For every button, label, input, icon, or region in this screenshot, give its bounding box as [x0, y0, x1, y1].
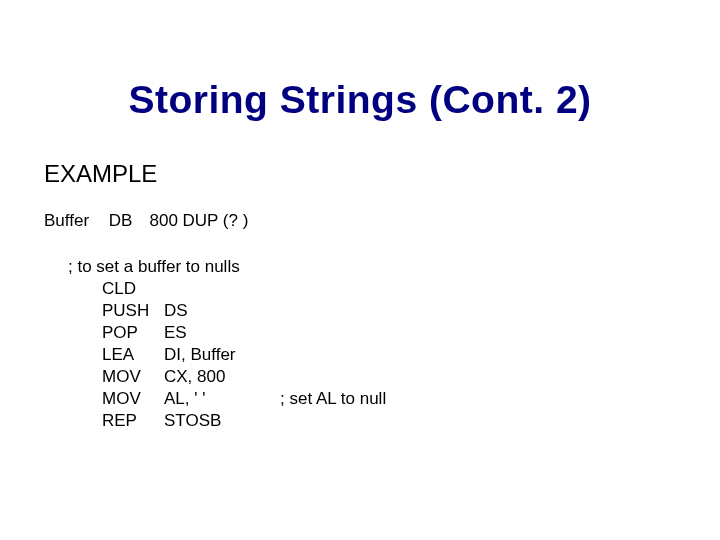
code-block: ; to set a buffer to nulls CLD PUSHDS PO… — [68, 256, 386, 432]
code-line: POPES — [68, 322, 386, 344]
code-line: MOVAL, ' '; set AL to null — [68, 388, 386, 410]
code-line: LEADI, Buffer — [68, 344, 386, 366]
mnemonic: PUSH — [102, 300, 164, 322]
mnemonic: LEA — [102, 344, 164, 366]
decl-directive: DB — [109, 211, 145, 231]
decl-label: Buffer — [44, 211, 104, 231]
code-comment-header: ; to set a buffer to nulls — [68, 256, 386, 278]
example-heading: EXAMPLE — [44, 160, 157, 188]
args: STOSB — [164, 410, 270, 432]
args: DS — [164, 300, 270, 322]
line-comment: ; set AL to null — [280, 389, 386, 408]
args: AL, ' ' — [164, 388, 270, 410]
mnemonic: CLD — [102, 278, 164, 300]
slide: Storing Strings (Cont. 2) EXAMPLE Buffer… — [0, 0, 720, 540]
code-line: MOVCX, 800 — [68, 366, 386, 388]
slide-title: Storing Strings (Cont. 2) — [0, 78, 720, 122]
data-declaration: Buffer DB 800 DUP (? ) — [44, 211, 248, 231]
code-line: CLD — [68, 278, 386, 300]
args: CX, 800 — [164, 366, 270, 388]
mnemonic: REP — [102, 410, 164, 432]
mnemonic: POP — [102, 322, 164, 344]
mnemonic: MOV — [102, 366, 164, 388]
decl-value: 800 DUP (? ) — [149, 211, 248, 230]
code-line: PUSHDS — [68, 300, 386, 322]
code-line: REPSTOSB — [68, 410, 386, 432]
args: ES — [164, 322, 270, 344]
mnemonic: MOV — [102, 388, 164, 410]
args: DI, Buffer — [164, 344, 270, 366]
